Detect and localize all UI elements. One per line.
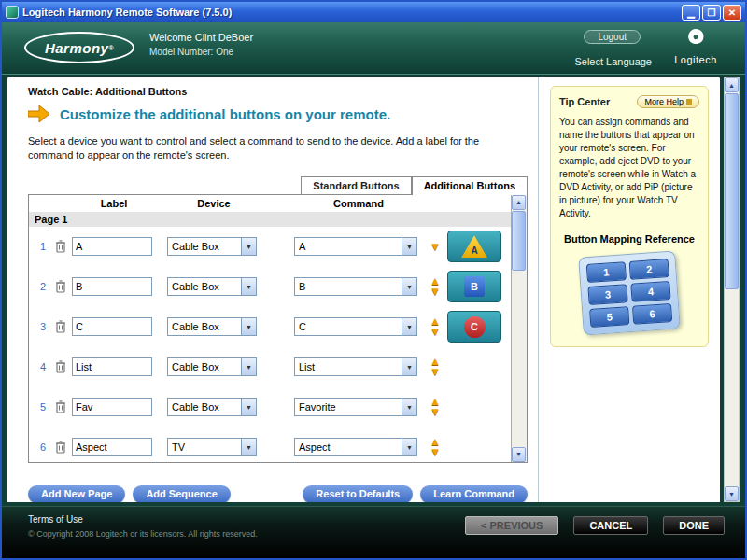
label-input[interactable] (72, 277, 152, 296)
button-mapping-reference-title: Button Mapping Reference (559, 233, 699, 245)
device-select[interactable]: TV▼ (167, 438, 257, 456)
scroll-down-icon[interactable]: ▼ (725, 486, 739, 501)
column-header-device: Device (167, 198, 261, 209)
app-window: Logitech Harmony Remote Software (7.5.0)… (0, 0, 747, 560)
delete-row-icon[interactable] (49, 360, 72, 373)
chevron-down-icon: ▼ (402, 318, 416, 335)
window-scrollbar[interactable]: ▲ ▼ (724, 77, 740, 502)
table-row: 6 TV▼ Aspect▼ ▲▼ (29, 427, 511, 462)
move-down-icon[interactable]: ▼ (430, 407, 441, 417)
column-header-label: Label (72, 198, 156, 209)
move-down-icon[interactable]: ▼ (430, 447, 441, 457)
row-number: 5 (29, 401, 49, 413)
label-input[interactable] (72, 237, 152, 256)
arrow-right-icon (28, 105, 50, 123)
chevron-down-icon: ▼ (402, 278, 416, 295)
maximize-button[interactable]: ❐ (702, 5, 721, 21)
map-key: 3 (587, 284, 627, 305)
tip-center-card: Tip Center More Help You can assign comm… (550, 86, 709, 347)
model-number-text: Model Number: One (149, 47, 253, 57)
move-down-icon[interactable]: ▼ (430, 242, 441, 252)
cancel-button[interactable]: CANCEL (573, 516, 648, 535)
add-new-page-button[interactable]: Add New Page (28, 485, 125, 502)
app-header: Harmony® Welcome Clint DeBoer Model Numb… (2, 22, 745, 75)
delete-row-icon[interactable] (49, 280, 72, 293)
move-down-icon[interactable]: ▼ (430, 327, 441, 337)
window-title: Logitech Harmony Remote Software (7.5.0) (22, 7, 232, 18)
device-select[interactable]: Cable Box▼ (167, 357, 257, 376)
row-number: 6 (29, 441, 49, 453)
learn-command-button[interactable]: Learn Command (420, 485, 528, 502)
delete-row-icon[interactable] (49, 240, 72, 253)
close-button[interactable]: ✕ (723, 5, 741, 21)
select-language-link[interactable]: Select Language (574, 56, 652, 67)
delete-row-icon[interactable] (49, 441, 72, 454)
chevron-down-icon: ▼ (241, 399, 256, 415)
scroll-up-icon[interactable]: ▲ (725, 77, 739, 92)
tab-standard-buttons[interactable]: Standard Buttons (301, 176, 411, 194)
more-help-button[interactable]: More Help (637, 95, 699, 108)
command-select[interactable]: List▼ (294, 357, 417, 376)
command-select[interactable]: Aspect▼ (294, 438, 417, 456)
command-select[interactable]: C▼ (294, 317, 417, 336)
tab-additional-buttons[interactable]: Additional Buttons (412, 176, 528, 195)
table-header-row: Label Device Command (29, 197, 511, 210)
label-input[interactable] (72, 357, 152, 376)
chevron-down-icon: ▼ (241, 358, 256, 375)
chevron-down-icon: ▼ (402, 358, 416, 375)
tab-bar: Standard Buttons Additional Buttons (28, 176, 528, 194)
add-sequence-button[interactable]: Add Sequence (133, 485, 230, 502)
tip-body-text: You can assign commands and name the but… (559, 116, 699, 220)
done-button[interactable]: DONE (663, 516, 725, 535)
minimize-button[interactable]: ▁ (682, 5, 700, 21)
label-input[interactable] (72, 438, 152, 456)
map-key: 4 (630, 281, 670, 302)
chevron-down-icon: ▼ (402, 238, 416, 255)
table-row: 1 Cable Box▼ A▼ ▼ A (29, 227, 511, 267)
scroll-thumb[interactable] (725, 93, 739, 289)
chevron-down-icon: ▼ (402, 399, 416, 415)
logitech-logo-icon (684, 26, 708, 50)
harmony-logo: Harmony® (24, 32, 134, 63)
chevron-down-icon: ▼ (402, 439, 416, 455)
row-number: 4 (29, 361, 49, 372)
previous-button[interactable]: < PREVIOUS (465, 516, 558, 535)
terms-of-use-link[interactable]: Terms of Use (28, 514, 83, 525)
button-mapping-image: 1 2 3 4 5 6 (578, 250, 681, 335)
button-preview: C (447, 311, 501, 343)
scroll-up-icon[interactable]: ▲ (512, 195, 526, 210)
map-key: 2 (629, 259, 669, 280)
command-select[interactable]: A▼ (294, 237, 417, 256)
device-select[interactable]: Cable Box▼ (167, 317, 257, 336)
chevron-down-icon: ▼ (241, 278, 256, 295)
delete-row-icon[interactable] (49, 320, 72, 333)
logitech-logo: Logitech (663, 26, 728, 67)
reset-to-defaults-button[interactable]: Reset to Defaults (303, 485, 413, 502)
device-select[interactable]: Cable Box▼ (167, 237, 257, 256)
command-select[interactable]: Favorite▼ (294, 398, 417, 416)
label-input[interactable] (72, 317, 152, 336)
delete-row-icon[interactable] (49, 400, 72, 413)
chevron-down-icon: ▼ (241, 439, 256, 455)
table-scrollbar[interactable]: ▲ ▼ (511, 195, 527, 462)
label-input[interactable] (72, 398, 152, 416)
welcome-text: Welcome Clint DeBoer (149, 32, 253, 43)
scroll-thumb[interactable] (512, 211, 526, 271)
row-number: 3 (29, 321, 49, 332)
buttons-table: Label Device Command Page 1 1 (28, 194, 528, 463)
device-select[interactable]: Cable Box▼ (167, 277, 257, 296)
map-key: 6 (632, 303, 672, 325)
device-select[interactable]: Cable Box▼ (167, 398, 257, 416)
scroll-down-icon[interactable]: ▼ (512, 447, 526, 462)
logout-button[interactable]: Logout (584, 30, 641, 44)
move-down-icon[interactable]: ▼ (430, 287, 441, 297)
actions-row: Add New Page Add Sequence Reset to Defau… (28, 485, 528, 502)
table-row: 4 Cable Box▼ List▼ ▲▼ (29, 347, 511, 387)
content-area: Watch Cable: Additional Buttons Customiz… (2, 75, 745, 506)
table-row: 2 Cable Box▼ B▼ ▲▼ B (29, 267, 511, 307)
table-row: 3 Cable Box▼ C▼ ▲▼ C (29, 307, 511, 347)
page-band: Page 1 (29, 212, 511, 227)
command-select[interactable]: B▼ (294, 277, 417, 296)
move-down-icon[interactable]: ▼ (430, 367, 441, 377)
column-header-command: Command (294, 198, 423, 209)
